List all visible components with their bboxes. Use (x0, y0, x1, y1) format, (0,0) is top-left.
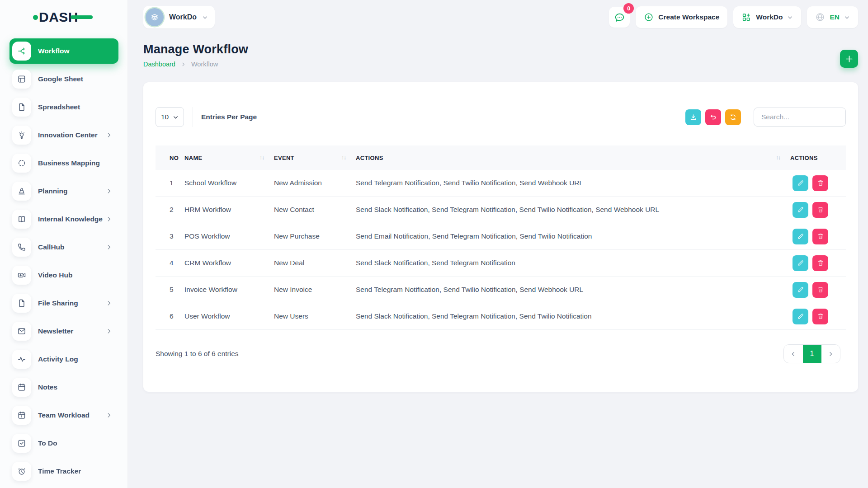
chevron-right-icon (828, 351, 834, 357)
chat-bubble-icon (614, 12, 625, 23)
showing-entries-text: Showing 1 to 6 of 6 entries (156, 350, 239, 358)
chevron-right-icon (106, 188, 112, 194)
delete-button[interactable] (812, 282, 828, 298)
sidebar-item-label: Google Sheet (38, 75, 83, 83)
edit-button[interactable] (793, 282, 808, 298)
sidebar-item-time-tracker[interactable]: Time Tracker (9, 459, 118, 484)
table-toolbar: 10 Entries Per Page (156, 107, 846, 127)
sidebar-item-label: Newsletter (38, 327, 73, 335)
logo-text: DASH (39, 9, 78, 25)
column-header-event-2[interactable]: EVENT↑↓ (274, 155, 356, 161)
cell-row-actions (790, 175, 846, 191)
delete-button[interactable] (812, 255, 828, 271)
cell-no: 3 (156, 232, 184, 240)
breadcrumb-dashboard-link[interactable]: Dashboard (143, 61, 175, 68)
sidebar-item-video-hub[interactable]: Video Hub (9, 263, 118, 288)
sidebar-item-file-sharing[interactable]: File Sharing (9, 291, 118, 316)
refresh-button[interactable] (725, 109, 741, 125)
delete-button[interactable] (812, 202, 828, 218)
undo-icon (709, 113, 717, 121)
sidebar-item-to-do[interactable]: To Do (9, 431, 118, 456)
sidebar-item-callhub[interactable]: CallHub (9, 235, 118, 260)
pagination-next-button[interactable] (821, 345, 840, 363)
edit-button[interactable] (793, 175, 808, 191)
chevron-down-icon (202, 14, 208, 20)
video-hub-icon (12, 266, 31, 285)
sidebar-item-spreadsheet[interactable]: Spreadsheet (9, 94, 118, 120)
create-workspace-button[interactable]: Create Workspace (636, 6, 727, 28)
cell-actions: Send Slack Notification, Send Telegram N… (356, 259, 790, 267)
chevron-right-icon (106, 328, 112, 334)
team-workload-icon (12, 406, 31, 425)
cell-event: New Purchase (274, 232, 356, 240)
column-header-no-0: NO (156, 155, 184, 161)
delete-button[interactable] (812, 229, 828, 244)
sidebar-item-newsletter[interactable]: Newsletter (9, 319, 118, 344)
app-switcher[interactable]: WorkDo (733, 6, 801, 28)
workflow-icon (12, 42, 31, 61)
cell-row-actions (790, 309, 846, 324)
cell-name: School Workflow (184, 179, 274, 187)
cell-event: New Contact (274, 206, 356, 214)
notes-icon (12, 378, 31, 397)
sidebar-item-business-mapping[interactable]: Business Mapping (9, 150, 118, 176)
language-label: EN (830, 13, 840, 21)
internal-knowledge-icon (12, 210, 31, 229)
export-button[interactable] (685, 109, 701, 125)
edit-button[interactable] (793, 202, 808, 218)
sidebar-item-internal-knowledge[interactable]: Internal Knowledge (9, 206, 118, 232)
cell-name: CRM Workflow (184, 259, 274, 267)
chevron-right-icon (106, 132, 112, 138)
pagination-prev-button[interactable] (784, 345, 803, 363)
cell-event: New Deal (274, 259, 356, 267)
chevron-down-icon (787, 14, 793, 20)
sidebar-item-activity-log[interactable]: Activity Log (9, 347, 118, 372)
cell-name: User Workflow (184, 312, 274, 320)
add-workflow-button[interactable] (840, 50, 858, 68)
delete-button[interactable] (812, 175, 828, 191)
building-icon (149, 12, 160, 23)
cell-no: 6 (156, 312, 184, 320)
sidebar-item-planning[interactable]: Planning (9, 178, 118, 204)
breadcrumb-current: Workflow (191, 61, 218, 68)
chevron-down-icon (844, 14, 850, 20)
edit-button[interactable] (793, 309, 808, 324)
sidebar-item-google-sheet[interactable]: Google Sheet (9, 66, 118, 92)
column-header-name-1[interactable]: NAME↑↓ (184, 155, 274, 161)
cell-actions: Send Slack Notification, Send Telegram N… (356, 206, 790, 214)
entries-per-page-select[interactable]: 10 (156, 107, 184, 127)
edit-button[interactable] (793, 255, 808, 271)
cell-name: POS Workflow (184, 232, 274, 240)
sidebar-item-label: Video Hub (38, 271, 72, 279)
column-header-actions-3[interactable]: ACTIONS↑↓ (356, 155, 790, 161)
sidebar-item-notes[interactable]: Notes (9, 375, 118, 400)
workspace-selector[interactable]: WorkDo (143, 6, 215, 28)
cell-actions: Send Email Notification, Send Telegram N… (356, 232, 790, 240)
column-label: ACTIONS (790, 155, 818, 161)
cell-no: 5 (156, 286, 184, 294)
cell-event: New Invoice (274, 286, 356, 294)
pagination: 1 (783, 344, 840, 363)
sidebar-item-team-workload[interactable]: Team Workload (9, 403, 118, 428)
table-row: 2HRM WorkflowNew ContactSend Slack Notif… (156, 197, 846, 223)
page-title: Manage Workflow (143, 42, 858, 56)
cell-actions: Send Telegram Notification, Send Twilio … (356, 179, 790, 187)
reset-button[interactable] (705, 109, 721, 125)
plus-circle-icon (644, 12, 654, 22)
pagination-page-1[interactable]: 1 (803, 345, 821, 363)
language-selector[interactable]: EN (807, 6, 858, 28)
sidebar-item-label: CallHub (38, 243, 65, 251)
table-row: 6User WorkflowNew UsersSend Slack Notifi… (156, 303, 846, 330)
search-input[interactable] (754, 108, 846, 127)
time-tracker-icon (12, 462, 31, 481)
delete-button[interactable] (812, 309, 828, 324)
messages-button[interactable]: 0 (609, 7, 630, 28)
sidebar-item-innovation-center[interactable]: Innovation Center (9, 122, 118, 148)
activity-log-icon (12, 350, 31, 369)
sidebar-nav: WorkflowGoogle SheetSpreadsheetInnovatio… (0, 34, 127, 484)
innovation-center-icon (12, 126, 31, 145)
sidebar-item-workflow[interactable]: Workflow (9, 38, 118, 64)
edit-button[interactable] (793, 229, 808, 244)
sidebar-item-label: File Sharing (38, 299, 78, 307)
sidebar-item-label: Spreadsheet (38, 103, 80, 111)
